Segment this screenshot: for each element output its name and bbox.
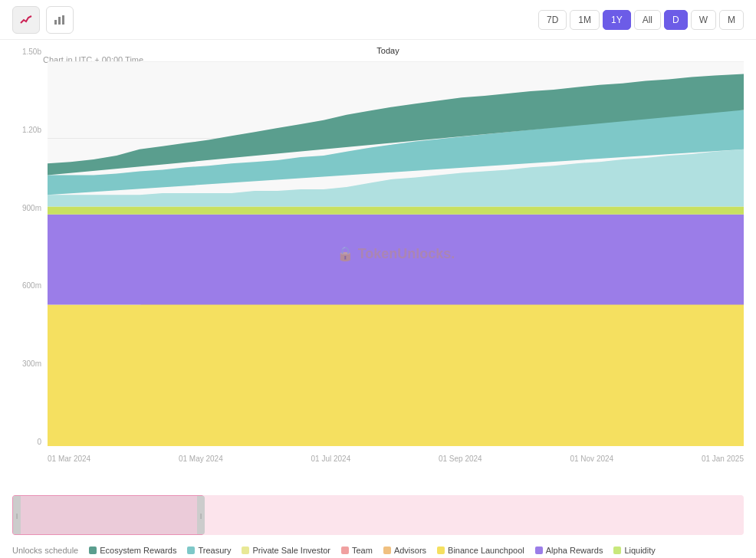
legend-dot-ecosystem	[89, 547, 97, 554]
legend-dot-alpha	[535, 547, 543, 554]
legend-item-team: Team	[341, 546, 373, 555]
legend-item-treasury: Treasury	[187, 546, 231, 555]
x-label-2: 01 Jul 2024	[311, 455, 350, 463]
legend-label-treasury: Treasury	[198, 546, 231, 555]
legend-dot-team	[341, 547, 349, 554]
time-controls: 7D 1M 1Y All D W M	[538, 10, 744, 30]
x-label-5: 01 Jan 2025	[702, 455, 744, 463]
x-label-3: 01 Sep 2024	[439, 455, 482, 463]
y-label-12b: 1.20b	[12, 126, 46, 134]
y-label-15b: 1.50b	[12, 48, 46, 56]
bar-chart-btn[interactable]	[46, 6, 74, 34]
icon-group	[12, 6, 74, 34]
legend-dot-liquidity	[613, 547, 621, 554]
btn-1m[interactable]: 1M	[570, 10, 600, 30]
legend-item-binance: Binance Launchpool	[437, 546, 524, 555]
legend-dot-binance	[437, 547, 445, 554]
chart-container: Chart in UTC + 00:00 Time Today 0 300m 6…	[0, 40, 756, 492]
legend-label-team: Team	[352, 546, 373, 555]
x-axis: 01 Mar 2024 01 May 2024 01 Jul 2024 01 S…	[48, 455, 744, 463]
minimap-highlight[interactable]: | |	[12, 495, 204, 535]
line-chart-btn[interactable]	[12, 6, 40, 34]
today-label: Today	[376, 46, 399, 55]
svg-marker-8	[48, 297, 744, 446]
svg-rect-2	[62, 15, 64, 25]
legend-prefix: Unlocks schedule	[12, 546, 78, 555]
y-label-300m: 300m	[12, 359, 46, 368]
minimap-handle-right[interactable]: |	[197, 496, 205, 534]
legend-label-liquidity: Liquidity	[624, 546, 655, 555]
btn-w[interactable]: W	[691, 10, 716, 30]
legend-item-advisors: Advisors	[383, 546, 426, 555]
btn-all[interactable]: All	[634, 10, 661, 30]
legend-dot-private	[242, 547, 249, 554]
legend-dot-treasury	[187, 547, 195, 554]
btn-7d[interactable]: 7D	[538, 10, 567, 30]
y-axis: 0 300m 600m 900m 1.20b 1.50b	[12, 48, 46, 446]
legend-label-alpha: Alpha Rewards	[546, 546, 603, 555]
legend-item-private: Private Sale Investor	[242, 546, 330, 555]
x-label-0: 01 Mar 2024	[48, 455, 90, 463]
legend-item-ecosystem: Ecosystem Rewards	[89, 546, 176, 555]
y-label-0: 0	[12, 438, 46, 446]
y-label-600m: 600m	[12, 281, 46, 290]
minimap-handle-left[interactable]: |	[13, 496, 21, 534]
svg-marker-10	[48, 207, 744, 215]
legend-label-ecosystem: Ecosystem Rewards	[100, 546, 176, 555]
svg-rect-1	[58, 17, 61, 25]
btn-d[interactable]: D	[664, 10, 688, 30]
legend-dot-advisors	[383, 547, 391, 554]
x-label-1: 01 May 2024	[179, 455, 223, 463]
y-label-900m: 900m	[12, 204, 46, 212]
btn-1y[interactable]: 1Y	[603, 10, 631, 30]
chart-area: 🔒 TokenUnlocks.	[48, 61, 744, 446]
legend-label-binance: Binance Launchpool	[448, 546, 524, 555]
legend-label-private: Private Sale Investor	[252, 546, 330, 555]
top-bar: 7D 1M 1Y All D W M	[0, 0, 756, 40]
legend-item-alpha: Alpha Rewards	[535, 546, 603, 555]
btn-m[interactable]: M	[719, 10, 744, 30]
svg-marker-9	[48, 215, 744, 305]
legend-bar: Unlocks schedule Ecosystem Rewards Treas…	[0, 538, 756, 558]
x-label-4: 01 Nov 2024	[570, 455, 613, 463]
svg-rect-0	[54, 20, 57, 25]
legend-label-advisors: Advisors	[394, 546, 426, 555]
legend-item-liquidity: Liquidity	[613, 546, 655, 555]
minimap[interactable]: | |	[12, 495, 744, 535]
